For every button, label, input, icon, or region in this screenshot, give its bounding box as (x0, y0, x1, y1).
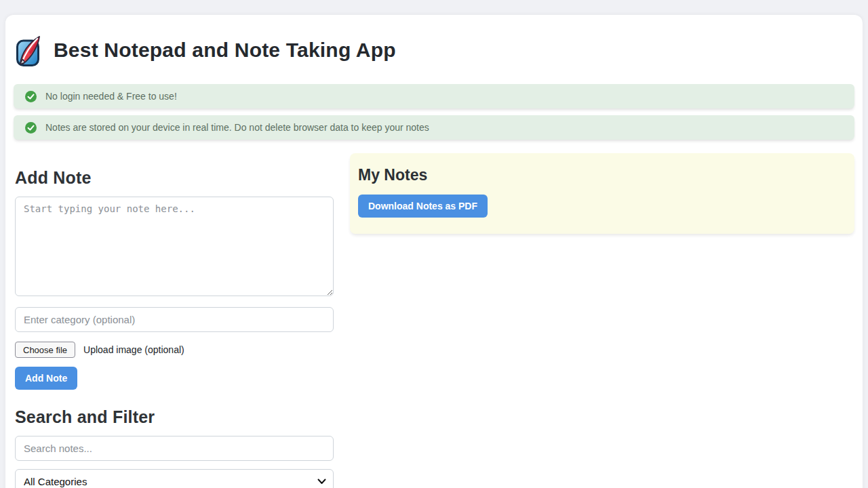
note-textarea[interactable] (15, 197, 334, 296)
add-note-section: Add Note Choose file Upload image (optio… (14, 153, 334, 488)
image-upload-row: Choose file Upload image (optional) (15, 342, 334, 358)
check-circle-icon (25, 91, 37, 102)
my-notes-heading: My Notes (358, 166, 846, 184)
alert-no-login: No login needed & Free to use! (14, 84, 854, 108)
alert-text: Notes are stored on your device in real … (45, 122, 429, 133)
search-notes-input[interactable] (15, 436, 334, 461)
my-notes-panel: My Notes Download Notes as PDF (350, 153, 854, 234)
upload-image-label: Upload image (optional) (83, 344, 184, 355)
page-title: Best Notepad and Note Taking App (54, 39, 396, 62)
alert-storage-notice: Notes are stored on your device in real … (14, 115, 854, 140)
category-input[interactable] (15, 307, 334, 332)
app-header: Best Notepad and Note Taking App (14, 33, 854, 68)
category-filter-wrap: All Categories (15, 469, 334, 488)
alerts-container: No login needed & Free to use! Notes are… (14, 84, 854, 140)
add-note-heading: Add Note (15, 168, 334, 188)
main-content-card: Best Notepad and Note Taking App No logi… (5, 15, 863, 488)
alert-text: No login needed & Free to use! (45, 91, 177, 102)
feather-quill-logo-icon (15, 33, 42, 68)
my-notes-section: My Notes Download Notes as PDF (350, 153, 854, 488)
download-notes-pdf-button[interactable]: Download Notes as PDF (358, 195, 488, 218)
choose-file-button[interactable]: Choose file (15, 342, 75, 358)
category-filter-select[interactable]: All Categories (15, 469, 334, 488)
main-row: Add Note Choose file Upload image (optio… (14, 153, 854, 488)
check-circle-icon (25, 122, 37, 134)
add-note-button[interactable]: Add Note (15, 367, 77, 390)
search-filter-heading: Search and Filter (15, 407, 334, 427)
